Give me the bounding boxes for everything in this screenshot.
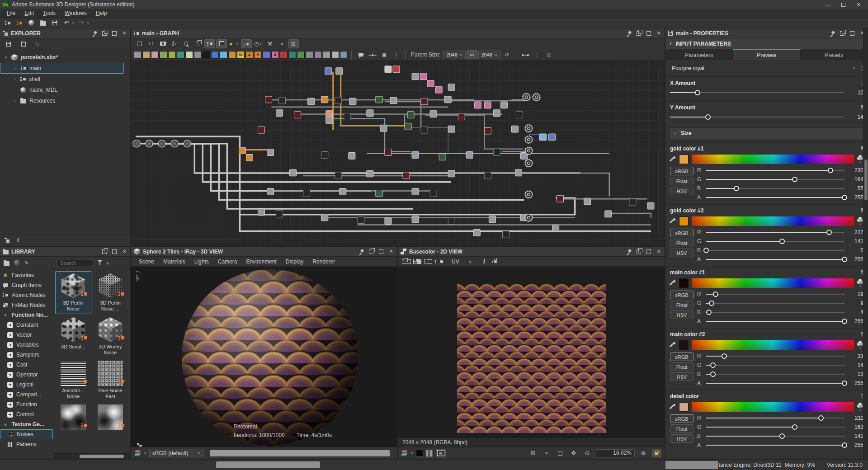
graph-node[interactable]: [421, 98, 428, 105]
tree-item-main[interactable]: ›main: [0, 63, 124, 74]
library-category-AtomicNodes[interactable]: Atomic Nodes: [0, 290, 53, 300]
library-category-Constant[interactable]: ➜Constant: [0, 320, 53, 330]
graph-node[interactable]: [430, 190, 437, 197]
graph-node[interactable]: [325, 68, 332, 75]
output-node[interactable]: [525, 160, 532, 167]
mode-button-srgb[interactable]: sRGB: [670, 352, 693, 361]
tab-parameters[interactable]: Parameters: [665, 49, 733, 60]
color-picker-icon[interactable]: ∨: [857, 403, 863, 411]
expand-chevron[interactable]: ›: [13, 99, 17, 103]
filter-preview-icon[interactable]: ◑: [276, 39, 287, 48]
parameter-slider[interactable]: [670, 89, 844, 96]
eyedropper-icon[interactable]: [670, 280, 676, 286]
maximize-panel-icon[interactable]: [378, 249, 384, 255]
slider-thumb[interactable]: [713, 291, 718, 297]
graph-node[interactable]: [405, 123, 411, 130]
graph-node[interactable]: [349, 153, 355, 160]
graph-node[interactable]: [367, 170, 373, 177]
library-item-AnisotroNoise[interactable]: Anisotro... Noise: [55, 359, 91, 402]
search-input[interactable]: [56, 259, 94, 267]
graph-node[interactable]: [515, 169, 522, 176]
close-panel-icon[interactable]: ✕: [121, 249, 127, 255]
library-item[interactable]: [92, 403, 128, 434]
graph-node[interactable]: [326, 111, 333, 118]
node-type-button-23[interactable]: [331, 51, 339, 59]
graph-node[interactable]: [421, 127, 428, 133]
link-size-icon[interactable]: ∞: [467, 50, 477, 59]
mode-button-srgb[interactable]: sRGB: [670, 229, 693, 237]
graph-node[interactable]: [349, 98, 356, 105]
library-category-Patterns[interactable]: Patterns: [0, 439, 53, 449]
node-type-button-3[interactable]: [160, 51, 167, 59]
graph-node[interactable]: [484, 102, 491, 108]
graph-node[interactable]: [276, 211, 283, 217]
graph-node[interactable]: [367, 110, 373, 117]
library-item-3DPerlinNoise[interactable]: 3D Perlin Noise: [55, 271, 91, 314]
graph-node[interactable]: [458, 113, 465, 120]
graph-node[interactable]: [335, 172, 342, 179]
output-node[interactable]: [525, 191, 532, 198]
library-item-3DWorleyNoise[interactable]: 3D Worley Noise: [92, 315, 128, 358]
close-panel-icon[interactable]: ✕: [121, 30, 127, 37]
grid-snap-icon[interactable]: ⊞: [288, 39, 299, 48]
open-icon[interactable]: [38, 19, 48, 28]
graph-node[interactable]: [448, 218, 455, 225]
graph-node[interactable]: [321, 96, 328, 103]
graph-node[interactable]: [390, 97, 397, 104]
slider-thumb[interactable]: [734, 186, 739, 191]
input-node[interactable]: [146, 140, 153, 147]
menu-file[interactable]: File: [3, 9, 19, 17]
graph-node[interactable]: [489, 216, 495, 223]
node-type-button-18[interactable]: [288, 51, 296, 59]
mode-button-hsv[interactable]: HSV: [670, 249, 693, 257]
slider-thumb[interactable]: [703, 248, 709, 253]
library-category-Noises[interactable]: Noises: [0, 429, 53, 439]
graph-node[interactable]: [290, 169, 297, 176]
node-type-button-21[interactable]: [314, 51, 322, 59]
slider-thumb[interactable]: [709, 301, 714, 306]
thumbnail-display-icon[interactable]: [216, 39, 227, 48]
graph-canvas[interactable]: [131, 61, 665, 246]
colorspace-select[interactable]: sRGB (default)∨: [149, 449, 203, 457]
slider-thumb[interactable]: [710, 362, 716, 368]
channel-slider[interactable]: [706, 229, 844, 235]
graph-node[interactable]: [412, 152, 419, 159]
expand-chevron[interactable]: ›: [13, 66, 18, 70]
channel-slider[interactable]: [706, 309, 844, 315]
close-button[interactable]: ✕: [851, 0, 866, 9]
graph-node[interactable]: [466, 152, 473, 159]
color-swatch[interactable]: [679, 340, 689, 350]
slider-thumb[interactable]: [779, 433, 785, 439]
tools-icon[interactable]: ⚒: [264, 39, 275, 48]
gradient-swatch[interactable]: [426, 450, 433, 457]
reset-size-icon[interactable]: ↺: [501, 50, 512, 59]
graph-node[interactable]: [407, 112, 414, 118]
zoom-out-icon[interactable]: ⊖: [582, 449, 592, 458]
background-swatch[interactable]: [416, 450, 423, 457]
float-icon[interactable]: [839, 30, 845, 37]
library-item-3DPerlinNoise[interactable]: 3D Perlin Noise ...: [92, 271, 128, 314]
new-mdl-icon[interactable]: [26, 19, 36, 28]
info-icon[interactable]: i: [17, 237, 19, 244]
library-category-Compari[interactable]: ➜Compari...: [0, 390, 53, 400]
slider-thumb[interactable]: [842, 319, 847, 324]
graph-node[interactable]: [385, 218, 392, 225]
library-category-Logical[interactable]: ➜Logical: [0, 380, 53, 390]
channel-slider[interactable]: [706, 176, 844, 183]
pin-icon[interactable]: [626, 249, 632, 255]
tab-presets[interactable]: Presets: [801, 49, 868, 60]
pin-icon[interactable]: [829, 30, 835, 37]
node-type-button-12[interactable]: 01: [237, 51, 245, 59]
slider-thumb[interactable]: [706, 310, 712, 315]
node-type-button-17[interactable]: ╱: [280, 51, 288, 59]
zoom-in-icon[interactable]: ⊕: [638, 449, 648, 458]
graph-node[interactable]: [435, 86, 442, 93]
hue-gradient-bar[interactable]: [692, 216, 854, 226]
filter-icon[interactable]: [98, 260, 103, 265]
node-type-button-0[interactable]: [134, 51, 142, 59]
view3d-menu-camera[interactable]: Camera: [214, 258, 241, 266]
frame-icon[interactable]: ▣: [379, 50, 390, 59]
graph-wire[interactable]: [140, 144, 580, 173]
graph-wire[interactable]: [326, 118, 411, 151]
colorspace-stack-icon[interactable]: [135, 450, 141, 456]
